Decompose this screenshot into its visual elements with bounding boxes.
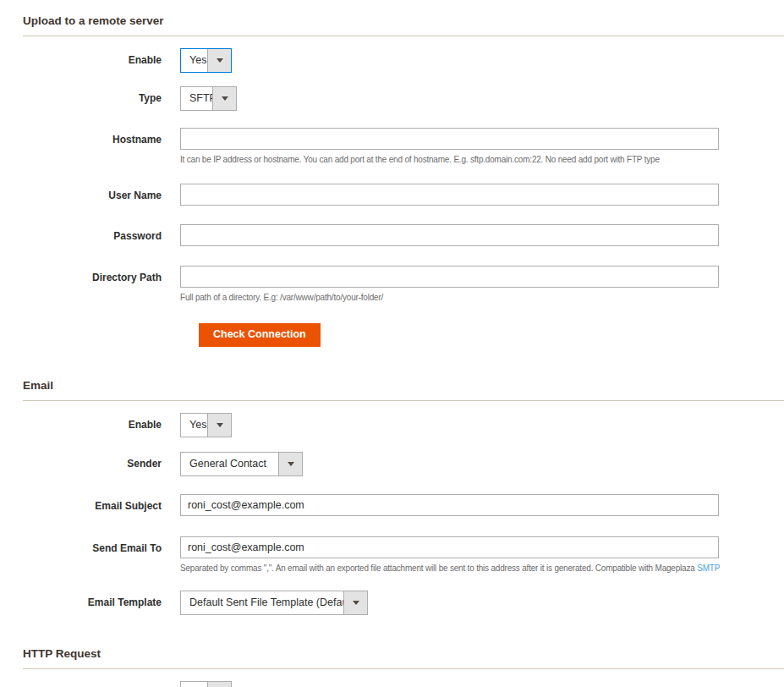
chevron-down-icon[interactable] [278,453,302,475]
settings-page: Upload to a remote server Enable Yes Typ… [0,0,784,687]
check-connection-row: Check Connection [199,323,784,347]
field-label: Enable [23,48,180,72]
section-email: Email Enable Yes Sender General Contact … [23,379,784,615]
select-value: Yes [181,49,207,72]
hostname-input[interactable] [180,128,719,150]
field-label: Email Subject [23,494,180,518]
section-title: Email [23,379,784,401]
section-upload-remote-server: Upload to a remote server Enable Yes Typ… [23,14,784,347]
send-email-to-note: Separated by commas ",". An email with a… [180,563,784,574]
field-label: Type [23,86,180,110]
field-label: Enable [23,413,180,437]
field-row-upload-enable: Enable Yes [23,48,784,73]
chevron-down-icon[interactable] [207,682,231,687]
select-value: General Contact [181,453,278,475]
field-label: User Name [23,184,180,207]
note-text: Separated by commas ",". An email with a… [180,563,697,573]
field-row-password: Password [23,224,784,248]
field-row-username: User Name [23,184,784,207]
email-template-select[interactable]: Default Sent File Template (Default) [180,591,368,615]
field-row-upload-type: Type SFTP [23,86,784,111]
check-connection-button[interactable]: Check Connection [199,323,321,347]
section-title: HTTP Request [23,647,784,669]
directory-path-input[interactable] [180,266,719,288]
directory-path-note: Full path of a directory. E.g: /var/www/… [180,292,784,303]
upload-enable-select[interactable]: Yes [180,48,232,73]
username-input[interactable] [180,184,719,206]
field-row-sender: Sender General Contact [23,452,784,476]
field-row-http-enable: Enable No [23,681,784,687]
field-row-send-email-to: Send Email To Separated by commas ",". A… [23,536,784,574]
select-value: Default Sent File Template (Default) [181,591,343,614]
field-label: Sender [23,452,180,475]
field-row-email-subject: Email Subject [23,494,784,518]
password-input[interactable] [180,224,719,246]
field-row-directory-path: Directory Path Full path of a directory.… [23,266,784,303]
field-label: Hostname [23,128,180,151]
chevron-down-icon[interactable] [212,87,236,110]
chevron-down-icon[interactable] [343,591,367,614]
section-http-request: HTTP Request Enable No [23,647,784,687]
select-value: SFTP [181,87,212,110]
http-enable-select[interactable]: No [180,681,232,687]
field-label: Send Email To [23,536,180,560]
field-label: Enable [23,681,180,687]
select-value: Yes [181,414,207,437]
upload-type-select[interactable]: SFTP [180,86,237,111]
sender-select[interactable]: General Contact [180,452,303,476]
smtp-link[interactable]: SMTP [697,563,720,573]
chevron-down-icon[interactable] [207,49,231,72]
field-label: Email Template [23,591,180,614]
field-row-email-enable: Enable Yes [23,413,784,437]
field-row-email-template: Email Template Default Sent File Templat… [23,591,784,615]
field-label: Password [23,224,180,248]
chevron-down-icon[interactable] [207,414,231,437]
email-enable-select[interactable]: Yes [180,413,232,437]
field-row-hostname: Hostname It can be IP address or hostnam… [23,128,784,165]
send-email-to-input[interactable] [180,536,719,558]
select-value: No [181,682,207,687]
email-subject-input[interactable] [180,494,719,516]
section-title: Upload to a remote server [23,14,784,36]
field-label: Directory Path [23,266,180,289]
hostname-note: It can be IP address or hostname. You ca… [180,154,784,165]
